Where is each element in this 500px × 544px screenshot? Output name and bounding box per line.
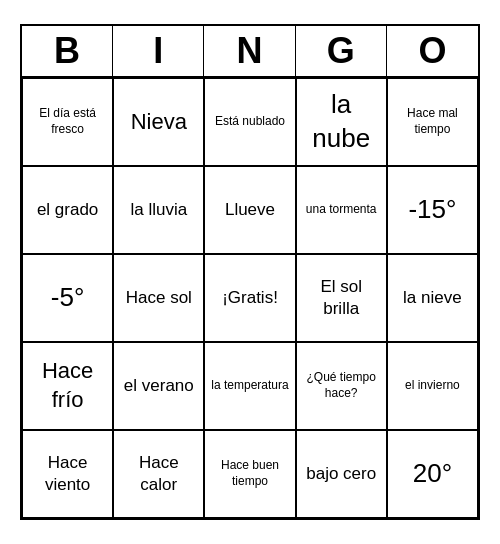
cell-text: el grado [37, 199, 98, 221]
bingo-cell[interactable]: la temperatura [204, 342, 295, 430]
bingo-cell[interactable]: Hace calor [113, 430, 204, 518]
cell-text: -5° [51, 281, 85, 315]
cell-text: Está nublado [215, 114, 285, 130]
bingo-cell[interactable]: -15° [387, 166, 478, 254]
bingo-cell[interactable]: Nieva [113, 78, 204, 166]
cell-text: 20° [413, 457, 452, 491]
bingo-cell[interactable]: una tormenta [296, 166, 387, 254]
header-letter: G [296, 26, 387, 76]
cell-text: una tormenta [306, 202, 377, 218]
cell-text: la lluvia [130, 199, 187, 221]
cell-text: El día está fresco [27, 106, 108, 137]
bingo-cell[interactable]: la nube [296, 78, 387, 166]
cell-text: el verano [124, 375, 194, 397]
bingo-cell[interactable]: El día está fresco [22, 78, 113, 166]
bingo-cell[interactable]: -5° [22, 254, 113, 342]
cell-text: bajo cero [306, 463, 376, 485]
bingo-cell[interactable]: Hace buen tiempo [204, 430, 295, 518]
header-letter: B [22, 26, 113, 76]
bingo-cell[interactable]: la nieve [387, 254, 478, 342]
cell-text: la temperatura [211, 378, 288, 394]
bingo-cell[interactable]: 20° [387, 430, 478, 518]
bingo-cell[interactable]: Hace viento [22, 430, 113, 518]
cell-text: -15° [408, 193, 456, 227]
bingo-cell[interactable]: el verano [113, 342, 204, 430]
header-letter: I [113, 26, 204, 76]
bingo-cell[interactable]: Está nublado [204, 78, 295, 166]
cell-text: Hace sol [126, 287, 192, 309]
cell-text: Hace mal tiempo [392, 106, 473, 137]
cell-text: Nieva [131, 108, 187, 137]
cell-text: Hace calor [118, 452, 199, 496]
cell-text: Hace viento [27, 452, 108, 496]
cell-text: El sol brilla [301, 276, 382, 320]
bingo-cell[interactable]: el grado [22, 166, 113, 254]
bingo-cell[interactable]: Hace sol [113, 254, 204, 342]
cell-text: la nieve [403, 287, 462, 309]
bingo-cell[interactable]: Hace mal tiempo [387, 78, 478, 166]
bingo-cell[interactable]: bajo cero [296, 430, 387, 518]
bingo-cell[interactable]: la lluvia [113, 166, 204, 254]
bingo-cell[interactable]: El sol brilla [296, 254, 387, 342]
bingo-cell[interactable]: Llueve [204, 166, 295, 254]
bingo-header: BINGO [22, 26, 478, 78]
cell-text: ¿Qué tiempo hace? [301, 370, 382, 401]
cell-text: la nube [301, 88, 382, 156]
header-letter: O [387, 26, 478, 76]
bingo-cell[interactable]: ¡Gratis! [204, 254, 295, 342]
cell-text: ¡Gratis! [222, 287, 278, 309]
cell-text: Hace buen tiempo [209, 458, 290, 489]
bingo-cell[interactable]: ¿Qué tiempo hace? [296, 342, 387, 430]
cell-text: Hace frío [27, 357, 108, 414]
header-letter: N [204, 26, 295, 76]
cell-text: Llueve [225, 199, 275, 221]
bingo-cell[interactable]: el invierno [387, 342, 478, 430]
bingo-grid: El día está frescoNievaEstá nubladola nu… [22, 78, 478, 518]
cell-text: el invierno [405, 378, 460, 394]
bingo-cell[interactable]: Hace frío [22, 342, 113, 430]
bingo-card: BINGO El día está frescoNievaEstá nublad… [20, 24, 480, 520]
